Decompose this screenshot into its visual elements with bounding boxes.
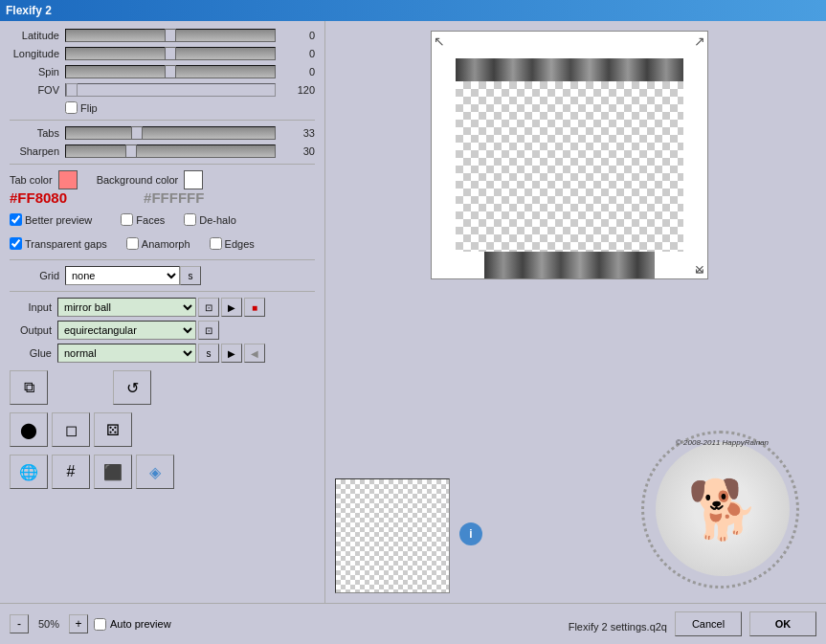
- flip-checkbox[interactable]: [65, 101, 78, 114]
- latitude-slider-container: [65, 29, 286, 42]
- fov-slider-container: [65, 83, 286, 97]
- watermark-text: © 2008-2011 HappyRainan: [643, 433, 801, 590]
- transparent-gaps-checkbox[interactable]: [10, 237, 22, 250]
- glue-play-btn[interactable]: ▶: [221, 344, 242, 363]
- refresh-btn[interactable]: ↺: [113, 370, 151, 405]
- input-play-btn[interactable]: ▶: [221, 298, 242, 317]
- faces-label: Faces: [136, 214, 165, 226]
- zoom-plus-btn[interactable]: +: [69, 614, 88, 633]
- output-browse-btn[interactable]: ⊡: [198, 321, 219, 340]
- longitude-slider[interactable]: [65, 47, 276, 60]
- longitude-label: Longitude: [10, 48, 65, 59]
- copy-btn[interactable]: ⧉: [10, 370, 48, 405]
- anamorph-label: Anamorph: [142, 238, 190, 250]
- yellow-btn[interactable]: ⬛: [94, 455, 132, 489]
- refresh-icon: ↺: [126, 379, 139, 397]
- input-stop-btn[interactable]: ■: [244, 298, 265, 317]
- plugin-btn[interactable]: 🌐: [10, 455, 48, 489]
- sharpen-slider[interactable]: [65, 144, 276, 158]
- de-halo-row: De-halo: [184, 213, 236, 226]
- input-dropdown[interactable]: mirror ball equirectangular cross cube: [57, 298, 196, 317]
- sharpen-slider-container: [65, 144, 286, 158]
- fov-row: FOV 120: [10, 83, 315, 97]
- de-halo-checkbox[interactable]: [184, 213, 196, 226]
- main-window: Flexify 2 Latitude 0 Longitude 0: [0, 0, 826, 644]
- tabs-slider[interactable]: [65, 126, 276, 140]
- content-area: Latitude 0 Longitude 0 Spin 0: [0, 21, 826, 603]
- ok-button[interactable]: OK: [749, 611, 816, 636]
- blue-btn[interactable]: ◈: [136, 455, 174, 489]
- tabs-label: Tabs: [10, 127, 65, 139]
- grid-icon: #: [67, 463, 76, 480]
- toolbar-row-2: ⬤ ◻ ⚄: [10, 412, 315, 447]
- canvas-area: ↖ ↗ ↘ ↙: [325, 21, 826, 603]
- grid-dropdown[interactable]: none small medium large: [65, 266, 180, 285]
- fov-value: 120: [286, 84, 315, 96]
- fov-slider: [65, 83, 276, 97]
- bottom-section: - 50% + Auto preview Flexify 2 settings.…: [0, 603, 826, 644]
- glue-dropdown[interactable]: normal multiply screen: [57, 344, 196, 363]
- bg-color-swatch[interactable]: [184, 170, 203, 189]
- info-btn[interactable]: i: [459, 522, 482, 545]
- transparent-gaps-label: Transparent gaps: [25, 238, 107, 250]
- watermark-area: 🐕 © 2008-2011 HappyRainan: [641, 431, 804, 593]
- dice-btn[interactable]: ⚄: [94, 412, 132, 447]
- settings-filename: Flexify 2 settings.q2q: [569, 621, 667, 633]
- glue-rev-btn[interactable]: ◀: [244, 344, 265, 363]
- divider-4: [10, 291, 315, 292]
- sharpen-row: Sharpen 30: [10, 144, 315, 158]
- zoom-value: 50%: [34, 618, 63, 630]
- dice-icon: ⚄: [106, 421, 120, 439]
- spin-row: Spin 0: [10, 65, 315, 78]
- faces-checkbox[interactable]: [121, 213, 133, 226]
- window-title: Flexify 2: [6, 4, 52, 17]
- zoom-minus-btn[interactable]: -: [10, 614, 29, 633]
- mini-preview: [335, 478, 450, 593]
- right-panel: ↖ ↗ ↘ ↙: [325, 21, 826, 603]
- info-icon: i: [469, 527, 472, 541]
- copy-icon: ⧉: [24, 379, 34, 396]
- checker-middle: [456, 81, 683, 252]
- latitude-label: Latitude: [10, 30, 65, 41]
- fov-label: FOV: [10, 84, 65, 96]
- tabs-slider-container: [65, 126, 286, 140]
- anamorph-checkbox[interactable]: [126, 237, 139, 250]
- tab-color-swatch[interactable]: [58, 170, 78, 189]
- preview-canvas: ↖ ↗ ↘ ↙: [431, 31, 708, 279]
- better-preview-checkbox[interactable]: [10, 213, 22, 226]
- grid-btn[interactable]: #: [52, 455, 90, 489]
- bottom-controls: - 50% + Auto preview: [10, 614, 171, 633]
- sphere-btn[interactable]: ⬤: [10, 412, 48, 447]
- top-image-strip: [456, 58, 683, 81]
- bottom-image-strip: [484, 252, 655, 278]
- tabs-row: Tabs 33: [10, 126, 315, 140]
- auto-preview-row: Auto preview: [94, 618, 171, 631]
- input-browse-btn[interactable]: ⊡: [198, 298, 219, 317]
- sharpen-label: Sharpen: [10, 145, 65, 157]
- box-btn[interactable]: ◻: [52, 412, 90, 447]
- bg-color-area: Background color: [97, 170, 204, 189]
- toolbar-row-3: 🌐 # ⬛ ◈: [10, 455, 315, 489]
- grid-settings-btn[interactable]: s: [180, 266, 201, 285]
- spin-slider[interactable]: [65, 65, 276, 78]
- glue-row: Glue normal multiply screen s ▶ ◀: [10, 344, 315, 363]
- output-dropdown[interactable]: equirectangular mirror ball cross cube: [57, 321, 196, 340]
- latitude-slider[interactable]: [65, 29, 276, 42]
- mini-preview-area: [335, 478, 450, 593]
- input-row: Input mirror ball equirectangular cross …: [10, 298, 315, 317]
- plugin-icon: 🌐: [19, 463, 38, 481]
- de-halo-label: De-halo: [199, 214, 236, 226]
- edges-checkbox[interactable]: [210, 237, 222, 250]
- auto-preview-checkbox[interactable]: [94, 618, 106, 631]
- title-bar: Flexify 2: [0, 0, 826, 21]
- glue-settings-btn[interactable]: s: [198, 344, 219, 363]
- output-row: Output equirectangular mirror ball cross…: [10, 321, 315, 340]
- flip-label: Flip: [80, 102, 98, 114]
- tab-color-label: Tab color: [10, 174, 53, 186]
- longitude-value: 0: [286, 48, 315, 59]
- cancel-button[interactable]: Cancel: [675, 611, 742, 636]
- flip-row: Flip: [10, 101, 315, 114]
- spin-label: Spin: [10, 66, 65, 78]
- auto-preview-label: Auto preview: [110, 618, 171, 630]
- edges-row: Edges: [210, 237, 255, 250]
